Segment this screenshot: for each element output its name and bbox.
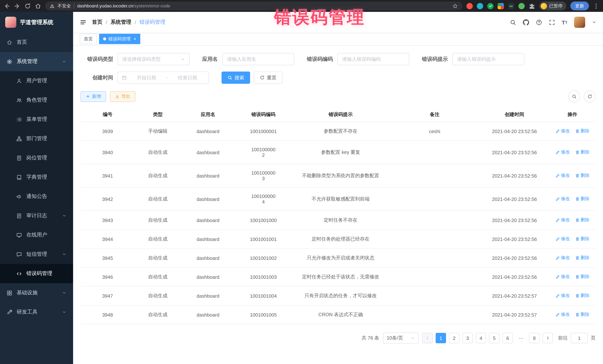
delete-link[interactable]: 删除 <box>575 236 590 242</box>
error-code-input[interactable] <box>337 53 409 65</box>
pagination-ellipsis[interactable]: ⋯ <box>516 333 526 343</box>
delete-link[interactable]: 删除 <box>575 196 590 202</box>
edit-icon <box>555 218 560 222</box>
sidebar-item-online-user[interactable]: 在线用户 <box>0 225 73 245</box>
error-type-select[interactable]: 请选择错误码类型 <box>118 53 190 65</box>
sidebar-item-devtool[interactable]: 研发工具 <box>0 302 73 322</box>
edit-link[interactable]: 修改 <box>555 196 570 202</box>
edit-link[interactable]: 修改 <box>555 274 570 280</box>
row-hint: 不能删除类型为系统内置的参数配置 <box>292 164 389 187</box>
prev-page-button[interactable] <box>422 333 433 343</box>
export-button[interactable]: 导出 <box>110 91 135 102</box>
breadcrumb-item[interactable]: 系统管理 <box>111 19 131 26</box>
green-extension-icon[interactable] <box>518 3 525 9</box>
refresh-table-button[interactable] <box>584 90 596 102</box>
add-button[interactable]: 新增 <box>81 91 106 102</box>
delete-icon <box>575 218 580 222</box>
delete-link[interactable]: 删除 <box>575 128 590 134</box>
profile-paused-badge[interactable]: 已暂停 <box>539 1 566 10</box>
goto-page-input[interactable] <box>571 333 588 343</box>
sidebar-item-role[interactable]: 角色管理 <box>0 90 73 110</box>
delete-link[interactable]: 删除 <box>575 149 590 155</box>
delete-icon <box>575 174 580 178</box>
address-bar[interactable]: 不安全 dashboard.yudao.iocoder.cn/system/er… <box>45 1 462 10</box>
sidebar-item-dept[interactable]: 部门管理 <box>0 129 73 148</box>
switch-on-extension-icon[interactable]: on <box>508 3 514 9</box>
breadcrumb-item[interactable]: 首页 <box>92 19 103 26</box>
reset-button[interactable]: 重置 <box>254 72 282 84</box>
help-icon[interactable] <box>536 19 542 25</box>
toggle-search-button[interactable] <box>568 90 580 102</box>
back-icon[interactable] <box>4 3 10 9</box>
tab-error-code[interactable]: 错误码管理× <box>99 34 140 44</box>
search-button[interactable]: 搜索 <box>221 72 250 84</box>
green-check-extension-icon[interactable] <box>487 3 494 9</box>
page-button-3[interactable]: 3 <box>462 333 473 343</box>
page-button-4[interactable]: 4 <box>476 333 486 343</box>
font-size-icon[interactable]: TT <box>562 19 567 25</box>
edit-link[interactable]: 修改 <box>555 173 570 179</box>
sidebar-item-home[interactable]: 首页 <box>0 33 73 52</box>
search-icon[interactable] <box>510 19 516 25</box>
forward-icon[interactable] <box>14 3 20 9</box>
sidebar-item-post[interactable]: 岗位管理 <box>0 148 73 167</box>
delete-link[interactable]: 删除 <box>575 274 590 280</box>
users-icon <box>16 97 22 103</box>
menu-dots-icon[interactable] <box>593 3 599 9</box>
row-hint: 只有开启状态的任务，才可以修改 <box>292 286 389 305</box>
row-code: 100100000 4 <box>235 187 292 211</box>
chevron-down-icon <box>62 291 66 295</box>
edit-link[interactable]: 修改 <box>555 236 570 242</box>
goto-unit: 页 <box>591 335 596 342</box>
sidebar-item-dict[interactable]: 字典管理 <box>0 167 73 187</box>
delete-link[interactable]: 删除 <box>575 311 590 318</box>
delete-link[interactable]: 删除 <box>575 255 590 261</box>
edit-link[interactable]: 修改 <box>555 128 570 134</box>
update-button[interactable]: 更新 <box>570 1 589 10</box>
download-icon <box>115 94 119 99</box>
color-grid-extension-icon[interactable] <box>498 3 504 9</box>
fullscreen-icon[interactable] <box>549 19 555 25</box>
teal-extension-icon[interactable] <box>477 3 483 9</box>
home-icon[interactable] <box>35 3 41 9</box>
github-icon[interactable] <box>523 19 529 25</box>
delete-link[interactable]: 删除 <box>575 173 590 179</box>
page-button-2[interactable]: 2 <box>449 333 459 343</box>
sidebar-item-error-code[interactable]: 错误码管理 <box>0 264 73 283</box>
page-button-5[interactable]: 5 <box>489 333 499 343</box>
close-icon[interactable]: × <box>134 37 136 41</box>
sidebar-item-system[interactable]: 系统管理 <box>0 52 73 71</box>
bookmark-star-icon[interactable] <box>452 3 458 9</box>
sidebar-item-user[interactable]: 用户管理 <box>0 71 73 90</box>
edit-link[interactable]: 修改 <box>555 149 570 155</box>
next-page-button[interactable] <box>543 333 553 343</box>
date-range-picker[interactable]: 开始日期 - 结束日期 <box>118 72 209 84</box>
url-text: dashboard.yudao.iocoder.cn/system/error-… <box>77 3 170 9</box>
edit-link[interactable]: 修改 <box>555 311 570 318</box>
error-hint-input[interactable] <box>452 53 524 65</box>
reload-icon[interactable] <box>24 3 31 9</box>
edit-link[interactable]: 修改 <box>555 255 570 261</box>
page-button-6[interactable]: 6 <box>502 333 513 343</box>
tab-home[interactable]: 首页 <box>80 34 97 44</box>
page-button-8[interactable]: 8 <box>529 333 540 343</box>
sidebar-item-sms[interactable]: 短信管理 <box>0 245 73 264</box>
delete-link[interactable]: 删除 <box>575 293 590 299</box>
red-circle-extension-icon[interactable] <box>466 3 473 9</box>
sidebar-item-infra[interactable]: 基础设施 <box>0 283 73 302</box>
header-actions: TT <box>510 17 596 28</box>
page-size-select[interactable]: 10条/页 <box>383 332 418 344</box>
refresh-icon <box>260 75 265 80</box>
sidebar-item-audit-log[interactable]: 审计日志 <box>0 206 73 225</box>
sidebar-item-menu[interactable]: 菜单管理 <box>0 110 73 129</box>
edit-link[interactable]: 修改 <box>555 217 570 223</box>
app-name-input[interactable] <box>222 53 294 65</box>
puzzle-extension-icon[interactable] <box>529 3 535 9</box>
delete-link[interactable]: 删除 <box>575 217 590 223</box>
sidebar-toggle-icon[interactable] <box>80 19 86 26</box>
edit-link[interactable]: 修改 <box>555 293 570 299</box>
chevron-down-icon[interactable] <box>592 20 596 24</box>
avatar[interactable] <box>574 17 585 28</box>
page-button-1[interactable]: 1 <box>436 333 446 343</box>
sidebar-item-notice[interactable]: 通知公告 <box>0 187 73 206</box>
